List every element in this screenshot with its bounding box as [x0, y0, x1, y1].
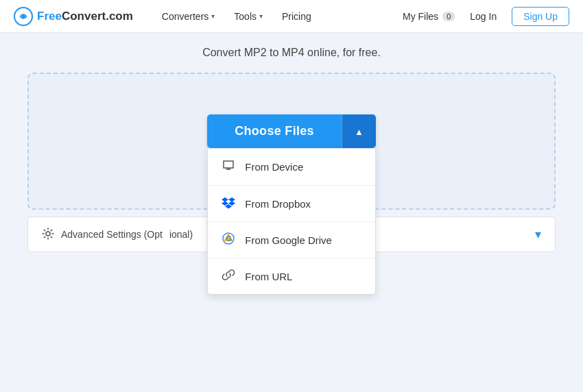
- converters-chevron-icon: ▾: [211, 12, 215, 20]
- dropdown-item-dropbox[interactable]: From Dropbox: [208, 186, 375, 222]
- dropdown-item-url[interactable]: From URL: [208, 258, 375, 294]
- my-files-label: My Files: [403, 11, 438, 22]
- header: FreeConvert.com Converters ▾ Tools ▾ Pri…: [0, 0, 583, 33]
- logo-icon: [14, 7, 33, 26]
- main-content: Convert MP2 to MP4 online, for free. Cho…: [0, 33, 583, 392]
- signup-button[interactable]: Sign Up: [512, 7, 569, 26]
- nav-tools[interactable]: Tools ▾: [226, 7, 271, 26]
- nav-pricing[interactable]: Pricing: [274, 7, 320, 26]
- svg-point-4: [46, 232, 50, 236]
- svg-point-1: [21, 14, 25, 19]
- main-nav: Converters ▾ Tools ▾ Pricing: [154, 7, 403, 26]
- upload-area[interactable]: Choose Files From Device: [27, 73, 556, 210]
- choose-files-btn-row: Choose Files: [207, 114, 376, 148]
- logo-text: FreeConvert.com: [37, 10, 133, 23]
- my-files-button[interactable]: My Files 0: [403, 11, 455, 22]
- files-count-badge: 0: [442, 12, 455, 21]
- choose-files-arrow-button[interactable]: [342, 114, 376, 148]
- login-button[interactable]: Log In: [463, 8, 503, 25]
- gear-icon: [42, 228, 54, 242]
- logo[interactable]: FreeConvert.com: [14, 7, 133, 26]
- advanced-settings-label: Advanced Settings (Opt: [61, 229, 163, 240]
- url-icon: [222, 268, 235, 284]
- device-label: From Device: [245, 161, 303, 173]
- choose-files-button[interactable]: Choose Files: [207, 114, 342, 148]
- dropbox-icon: [222, 195, 235, 212]
- url-label: From URL: [245, 271, 292, 282]
- choose-files-container: Choose Files From Device: [207, 114, 376, 148]
- dropdown-item-google-drive[interactable]: G From Google Drive: [208, 222, 375, 258]
- google-drive-icon: G: [222, 232, 235, 248]
- advanced-settings-left: Advanced Settings (Optional): [42, 228, 193, 242]
- header-right: My Files 0 Log In Sign Up: [403, 7, 569, 26]
- chevron-up-icon: [355, 125, 364, 138]
- advanced-settings-suffix: ional): [169, 229, 193, 240]
- tools-chevron-icon: ▾: [259, 12, 263, 20]
- choose-files-dropdown: From Device From Dropbox: [207, 148, 376, 295]
- google-drive-label: From Google Drive: [245, 234, 332, 246]
- nav-converters[interactable]: Converters ▾: [154, 7, 223, 26]
- dropbox-label: From Dropbox: [245, 198, 311, 210]
- device-icon: [222, 158, 235, 175]
- advanced-settings-chevron-icon[interactable]: ▾: [535, 227, 541, 242]
- dropdown-item-device[interactable]: From Device: [208, 149, 375, 186]
- page-subtitle: Convert MP2 to MP4 online, for free.: [0, 47, 583, 59]
- svg-text:G: G: [226, 234, 233, 243]
